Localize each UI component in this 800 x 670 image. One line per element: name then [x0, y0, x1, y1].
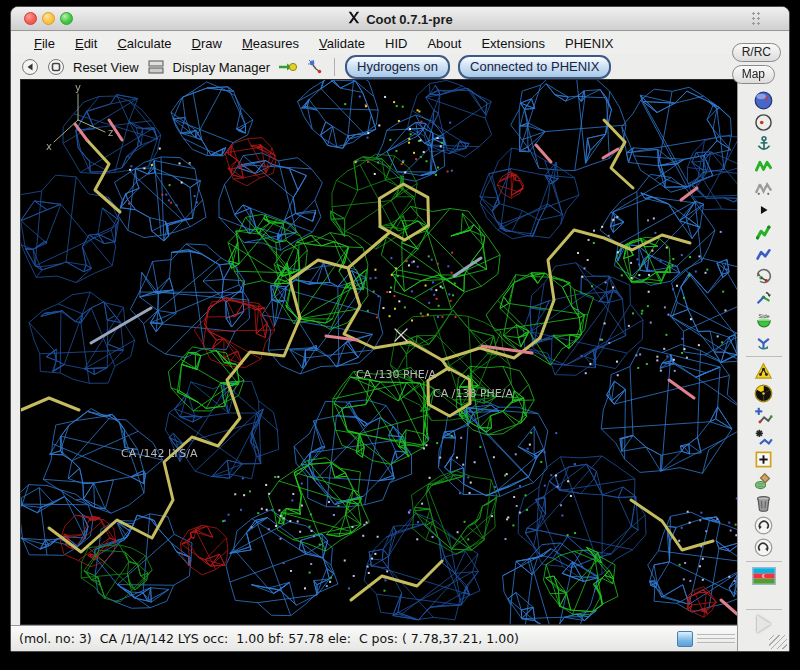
- menu-edit[interactable]: Edit: [66, 34, 106, 53]
- anchor-icon[interactable]: [752, 133, 776, 155]
- record-view-icon[interactable]: [47, 58, 65, 76]
- pointer-atom-icon[interactable]: [752, 448, 776, 470]
- menu-hid[interactable]: HID: [376, 34, 416, 53]
- coot-window: Coot 0.7.1-pre FileEditCalculateDrawMeas…: [10, 6, 790, 652]
- atom-status-text: (mol. no: 3) CA /1/A/142 LYS occ: 1.00 b…: [19, 631, 519, 646]
- toolbar-separator: [334, 58, 335, 76]
- go-to-atom-icon[interactable]: [278, 59, 298, 75]
- display-manager-icon[interactable]: [147, 59, 165, 75]
- molecular-scene[interactable]: [21, 80, 738, 624]
- flag-icon[interactable]: [752, 565, 776, 587]
- toolbar-separator: [746, 356, 782, 357]
- resize-grip[interactable]: [769, 635, 787, 649]
- menu-about[interactable]: About: [418, 34, 470, 53]
- auto-fit-rotamer-icon[interactable]: [752, 221, 776, 243]
- delete-item-icon[interactable]: [752, 492, 776, 514]
- back-view-icon[interactable]: [21, 58, 39, 76]
- graphics-canvas[interactable]: CA /130 PHE/ACA /138 PHE/ACA /142 LYS/A: [20, 79, 739, 625]
- x11-icon: [347, 10, 360, 28]
- menu-measures[interactable]: Measures: [233, 34, 308, 53]
- map-button[interactable]: Map: [732, 65, 775, 84]
- modelling-toolbar: Side: [737, 79, 789, 651]
- toolbar-separator: [746, 609, 782, 610]
- scroll-thumb[interactable]: [677, 631, 693, 647]
- side-chain-180-icon[interactable]: Side: [752, 309, 776, 331]
- window-title: Coot 0.7.1-pre: [366, 12, 453, 27]
- clear-brush-icon[interactable]: [752, 470, 776, 492]
- menu-file[interactable]: File: [25, 34, 64, 53]
- add-alt-conf-icon[interactable]: [752, 404, 776, 426]
- play-triangle-icon[interactable]: [757, 615, 771, 633]
- menubar: FileEditCalculateDrawMeasuresValidateHID…: [11, 32, 789, 54]
- connected-phenix-button[interactable]: Connected to PHENIX: [458, 55, 611, 79]
- reset-view-button[interactable]: Reset View: [73, 60, 139, 75]
- real-space-refine-icon[interactable]: [752, 155, 776, 177]
- menu-phenix[interactable]: PHENIX: [556, 34, 622, 53]
- main-toolbar: Reset View Display Manager Hydrogens on …: [11, 54, 737, 80]
- toolbar-separator: [746, 561, 782, 562]
- menu-validate[interactable]: Validate: [310, 34, 374, 53]
- menu-extensions[interactable]: Extensions: [472, 34, 554, 53]
- statusbar-grip[interactable]: [697, 634, 735, 644]
- rotamers-icon[interactable]: [752, 243, 776, 265]
- toolbar-drag-handle[interactable]: [751, 11, 761, 25]
- rrc-button[interactable]: R/RC: [732, 43, 781, 62]
- flip-peptide-icon[interactable]: [752, 287, 776, 309]
- sphere-icon[interactable]: [752, 89, 776, 111]
- add-terminal-residue-icon[interactable]: [752, 360, 776, 382]
- rigid-body-icon[interactable]: [752, 199, 776, 221]
- menu-draw[interactable]: Draw: [183, 34, 231, 53]
- redo-icon[interactable]: [752, 536, 776, 558]
- status-bar: (mol. no: 3) CA /1/A/142 LYS occ: 1.00 b…: [11, 625, 737, 651]
- jed-flip-icon[interactable]: [752, 331, 776, 353]
- mutate-icon[interactable]: [752, 382, 776, 404]
- title-bar[interactable]: Coot 0.7.1-pre: [11, 7, 789, 31]
- undo-icon[interactable]: [752, 514, 776, 536]
- hydrogens-on-button[interactable]: Hydrogens on: [345, 55, 450, 79]
- recentre-icon[interactable]: [752, 111, 776, 133]
- display-manager-button[interactable]: Display Manager: [173, 60, 271, 75]
- menu-calculate[interactable]: Calculate: [108, 34, 180, 53]
- regularize-zone-icon[interactable]: [752, 177, 776, 199]
- edit-chi-angles-icon[interactable]: [752, 265, 776, 287]
- svg-text:Side: Side: [758, 312, 769, 318]
- molecule-hydrogens-icon[interactable]: [306, 58, 324, 76]
- place-atom-icon[interactable]: [752, 426, 776, 448]
